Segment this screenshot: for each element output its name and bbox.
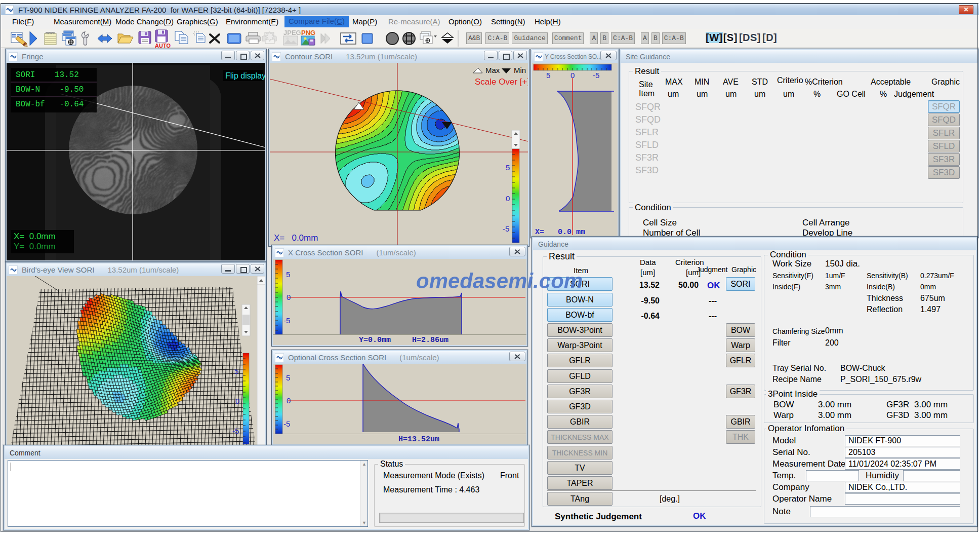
- svg-text:X= 0.0mm: X= 0.0mm: [274, 233, 318, 243]
- svg-text:5: 5: [506, 163, 510, 172]
- svg-text:Min: Min: [514, 66, 526, 74]
- svg-text:Max: Max: [485, 66, 500, 74]
- svg-text:SORI 13.52: SORI 13.52: [16, 70, 79, 80]
- svg-text:BOW-N -9.50: BOW-N -9.50: [16, 85, 84, 94]
- svg-text:-5: -5: [593, 71, 599, 80]
- svg-text:5: 5: [234, 367, 238, 375]
- svg-text:X= 0.0 mm: X= 0.0 mm: [535, 228, 585, 237]
- svg-text:BOW-bf -0.64: BOW-bf -0.64: [16, 100, 84, 109]
- svg-text:X= 0.0mm: X= 0.0mm: [14, 232, 56, 241]
- svg-text:Scale Over [+]: Scale Over [+]: [475, 77, 528, 87]
- svg-text:-5: -5: [283, 316, 290, 325]
- svg-text:-5: -5: [283, 419, 290, 428]
- svg-text:-5: -5: [232, 427, 239, 435]
- svg-text:5: 5: [546, 71, 550, 80]
- svg-text:AUTO: AUTO: [155, 43, 171, 48]
- svg-text:Flip display: Flip display: [225, 71, 265, 80]
- svg-text:Y= 0.0mm: Y= 0.0mm: [14, 242, 56, 251]
- svg-text:0: 0: [506, 194, 510, 203]
- svg-text:JPEG: JPEG: [283, 29, 301, 36]
- svg-text:0: 0: [235, 397, 239, 405]
- svg-text:5: 5: [286, 373, 290, 382]
- svg-text:PNG: PNG: [301, 29, 315, 36]
- svg-text:-5: -5: [503, 224, 509, 233]
- svg-text:5: 5: [286, 270, 290, 279]
